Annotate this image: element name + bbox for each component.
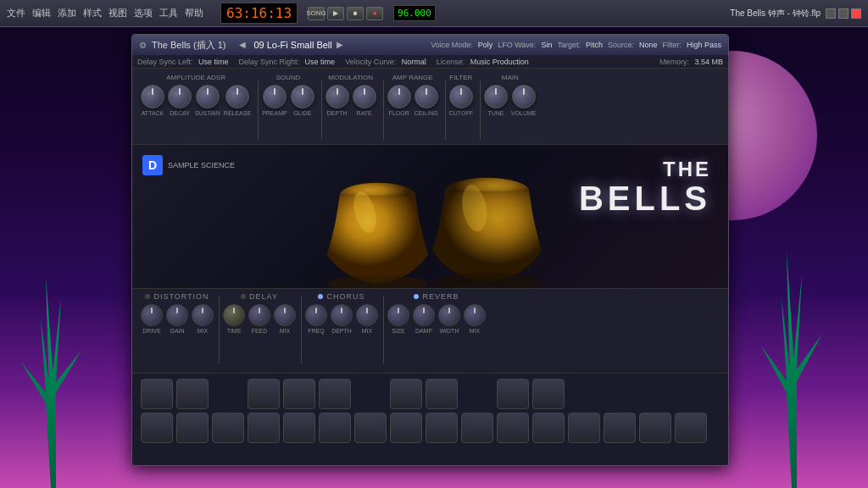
distortion-gain-knob[interactable] [166,304,188,326]
reverb-damp-knob[interactable] [413,304,435,326]
pad-7[interactable] [426,379,458,409]
rate-knob[interactable] [353,85,376,108]
separator-3 [383,80,384,140]
brand-icon: D [142,155,163,175]
menu-help[interactable]: 帮助 [185,7,203,19]
distortion-group: DISTORTION DRIVE GAIN MIX [141,292,214,334]
eff-sep-2 [301,296,302,363]
pad-24[interactable] [639,413,671,443]
delay-feed-wrap: FEED [248,304,270,334]
pad-19[interactable] [461,413,493,443]
pad-17[interactable] [390,413,422,443]
pad-9[interactable] [532,379,565,409]
song-mode-btn[interactable]: SONG [308,7,325,20]
volume-knob[interactable] [512,85,536,108]
pad-13[interactable] [248,413,280,443]
plugin-nav-prev[interactable]: ◀ [237,40,248,50]
pad-14[interactable] [283,413,315,443]
close-btn[interactable] [851,8,861,19]
reverb-size-knob[interactable] [387,304,409,326]
rate-knob-wrap: RATE [353,85,376,116]
distortion-mix-knob[interactable] [192,304,214,326]
reverb-group: REVERB SIZE DAMP WIDTH MIX [387,292,486,334]
delay-led[interactable] [241,294,246,299]
delay-feed-knob[interactable] [248,304,270,326]
pad-23[interactable] [604,413,636,443]
pad-15[interactable] [319,413,351,443]
stop-btn[interactable]: ■ [347,7,364,20]
pad-10[interactable] [141,413,173,443]
reverb-led[interactable] [414,294,419,299]
glide-knob[interactable] [291,85,314,108]
svg-point-3 [432,273,542,288]
pad-21[interactable] [532,413,565,443]
brand-logo: D SAMPLE SCIENCE [142,155,235,175]
delay-time-knob[interactable] [223,304,245,326]
preamp-knob[interactable] [263,85,287,108]
pad-12[interactable] [212,413,244,443]
delay-sync-right: Delay Sync Right: Use time [239,58,336,66]
reverb-mix-label: MIX [470,328,480,334]
reverb-width-wrap: WIDTH [438,304,460,334]
minimize-btn[interactable] [826,8,836,19]
release-knob[interactable] [225,85,249,108]
chorus-depth-knob[interactable] [331,304,353,326]
filter-value: High Pass [687,41,721,49]
record-btn[interactable]: ● [366,7,383,20]
bpm-display: 96.000 [393,5,436,21]
cutoff-knob[interactable] [449,85,473,108]
sustain-knob-wrap: SUSTAIN [195,85,220,116]
play-btn[interactable]: ▶ [327,7,344,20]
distortion-led[interactable] [145,294,150,299]
pad-25[interactable] [675,413,707,443]
pad-2[interactable] [176,379,209,409]
chorus-led[interactable] [318,294,323,299]
pad-4[interactable] [283,379,315,409]
pad-6[interactable] [390,379,422,409]
menu-file[interactable]: 文件 [7,7,25,19]
pad-1[interactable] [141,379,173,409]
transport-controls: SONG ▶ ■ ● [308,7,383,20]
pad-5[interactable] [319,379,351,409]
menu-style[interactable]: 样式 [83,7,102,19]
delay-mix-knob[interactable] [274,304,296,326]
lfo-wave-label: LFO Wave: [498,41,536,49]
memory-info: Memory: 3.54 MB [659,58,723,66]
reverb-mix-knob[interactable] [464,304,486,326]
title-bells: BELLS [579,181,711,215]
pad-22[interactable] [568,413,600,443]
pad-8[interactable] [497,379,529,409]
pad-16[interactable] [354,413,387,443]
distortion-drive-knob[interactable] [141,304,163,326]
plugin-nav-next[interactable]: ▶ [335,40,345,50]
decay-knob[interactable] [168,85,192,108]
pad-18[interactable] [426,413,458,443]
pad-20[interactable] [497,413,529,443]
chorus-freq-knob[interactable] [305,304,327,326]
pad-11[interactable] [176,413,209,443]
floor-knob[interactable] [387,85,411,108]
sustain-knob[interactable] [196,85,220,108]
pad-empty-2 [354,379,387,409]
chorus-mix-knob[interactable] [356,304,378,326]
menu-options[interactable]: 选项 [134,7,153,19]
tune-knob-wrap: TUNE [484,85,508,116]
depth-knob[interactable] [326,85,349,108]
top-bar: 文件 编辑 添加 样式 视图 选项 工具 帮助 63:16:13 SONG ▶ … [0,0,868,27]
dist-gain-wrap: GAIN [166,304,188,334]
reverb-width-knob[interactable] [438,304,460,326]
menu-tools[interactable]: 工具 [159,7,178,19]
filter-group: FILTER CUTOFF [449,74,473,116]
reverb-damp-wrap: DAMP [413,304,435,334]
dist-mix-wrap: MIX [192,304,214,334]
maximize-btn[interactable] [838,8,849,19]
pad-3[interactable] [248,379,280,409]
menu-edit[interactable]: 编辑 [32,7,51,19]
attack-knob[interactable] [141,85,164,108]
amplitude-adsr-group: AMPLITUDE ADSR ATTACK DECAY SUSTAIN RELE… [141,74,251,116]
tune-knob[interactable] [484,85,508,108]
menu-add[interactable]: 添加 [58,7,76,19]
pads-row-1 [141,379,720,409]
menu-view[interactable]: 视图 [108,7,127,19]
ceiling-knob[interactable] [415,85,438,108]
